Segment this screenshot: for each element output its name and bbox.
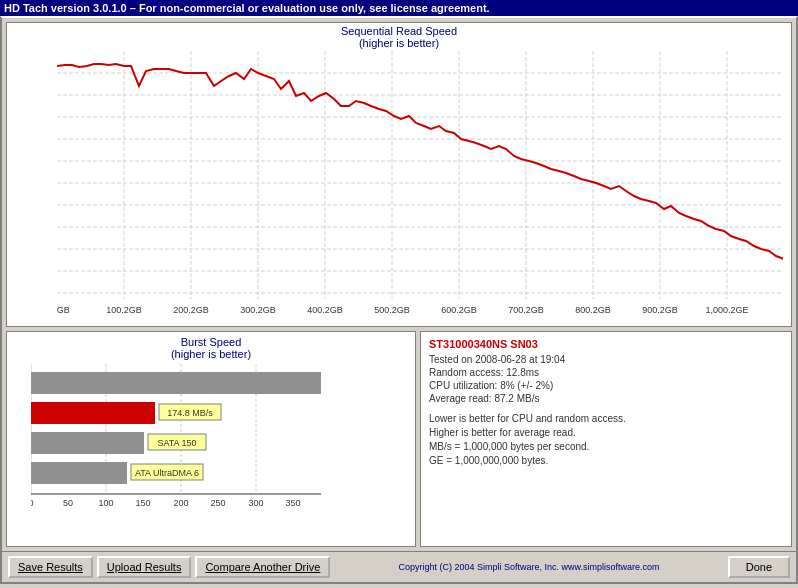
svg-text:400.2GB: 400.2GB bbox=[307, 305, 343, 315]
info-note-3: GE = 1,000,000,000 bytes. bbox=[429, 454, 783, 468]
seq-chart-title: Sequential Read Speed (higher is better) bbox=[7, 23, 791, 49]
svg-text:50: 50 bbox=[63, 498, 73, 508]
info-note-2: MB/s = 1,000,000 bytes per second. bbox=[429, 440, 783, 454]
svg-text:500.2GB: 500.2GB bbox=[374, 305, 410, 315]
title-bar: HD Tach version 3.0.1.0 – For non-commer… bbox=[0, 0, 798, 16]
svg-text:1,000.2GE: 1,000.2GE bbox=[705, 305, 748, 315]
footer: Save Results Upload Results Compare Anot… bbox=[2, 551, 796, 582]
svg-text:100.2GB: 100.2GB bbox=[106, 305, 142, 315]
seq-chart-area: 110 MB/s 100 MB/s 90 MB/s 80 MB/s 70 MB/… bbox=[57, 51, 783, 321]
sequential-read-chart: Sequential Read Speed (higher is better) bbox=[6, 22, 792, 327]
svg-text:800.2GB: 800.2GB bbox=[575, 305, 611, 315]
info-notes: Lower is better for CPU and random acces… bbox=[429, 412, 783, 468]
info-panel: ST31000340NS SN03 Tested on 2008-06-28 a… bbox=[420, 331, 792, 547]
svg-text:ATA UltraDMA 6: ATA UltraDMA 6 bbox=[135, 468, 199, 478]
info-note-0: Lower is better for CPU and random acces… bbox=[429, 412, 783, 426]
svg-text:600.2GB: 600.2GB bbox=[441, 305, 477, 315]
bottom-section: Burst Speed (higher is better) SCSI Ultr… bbox=[6, 331, 792, 547]
svg-text:250: 250 bbox=[210, 498, 225, 508]
seq-read-svg: 110 MB/s 100 MB/s 90 MB/s 80 MB/s 70 MB/… bbox=[57, 51, 783, 321]
svg-text:150: 150 bbox=[135, 498, 150, 508]
done-button[interactable]: Done bbox=[728, 556, 790, 578]
info-line-1: Random access: 12.8ms bbox=[429, 367, 783, 378]
svg-text:300: 300 bbox=[248, 498, 263, 508]
copyright-text: Copyright (C) 2004 Simpli Software, Inc.… bbox=[334, 562, 723, 572]
info-line-3: Average read: 87.2 MB/s bbox=[429, 393, 783, 404]
info-note-1: Higher is better for average read. bbox=[429, 426, 783, 440]
compare-another-drive-button[interactable]: Compare Another Drive bbox=[195, 556, 330, 578]
svg-text:100: 100 bbox=[98, 498, 113, 508]
svg-rect-49 bbox=[31, 372, 321, 394]
svg-text:200: 200 bbox=[173, 498, 188, 508]
svg-text:SATA 150: SATA 150 bbox=[157, 438, 196, 448]
svg-text:0: 0 bbox=[31, 498, 34, 508]
svg-text:200.2GB: 200.2GB bbox=[173, 305, 209, 315]
svg-text:900.2GB: 900.2GB bbox=[642, 305, 678, 315]
svg-rect-55 bbox=[31, 432, 144, 454]
upload-results-button[interactable]: Upload Results bbox=[97, 556, 192, 578]
svg-rect-52 bbox=[31, 402, 155, 424]
drive-name: ST31000340NS SN03 bbox=[429, 338, 783, 350]
burst-chart: Burst Speed (higher is better) SCSI Ultr… bbox=[6, 331, 416, 547]
svg-text:174.8 MB/s: 174.8 MB/s bbox=[167, 408, 213, 418]
svg-rect-58 bbox=[31, 462, 127, 484]
svg-text:700.2GB: 700.2GB bbox=[508, 305, 544, 315]
svg-text:300.2GB: 300.2GB bbox=[240, 305, 276, 315]
burst-chart-title: Burst Speed (higher is better) bbox=[11, 336, 411, 360]
save-results-button[interactable]: Save Results bbox=[8, 556, 93, 578]
svg-text:350: 350 bbox=[285, 498, 300, 508]
burst-svg: SCSI Ultra320 174.8 MB/s SATA 150 ATA Ul… bbox=[31, 364, 321, 519]
info-line-2: CPU utilization: 8% (+/- 2%) bbox=[429, 380, 783, 391]
info-line-0: Tested on 2008-06-28 at 19:04 bbox=[429, 354, 783, 365]
title-text: HD Tach version 3.0.1.0 – For non-commer… bbox=[4, 2, 490, 14]
svg-text:0.2GB: 0.2GB bbox=[57, 305, 70, 315]
